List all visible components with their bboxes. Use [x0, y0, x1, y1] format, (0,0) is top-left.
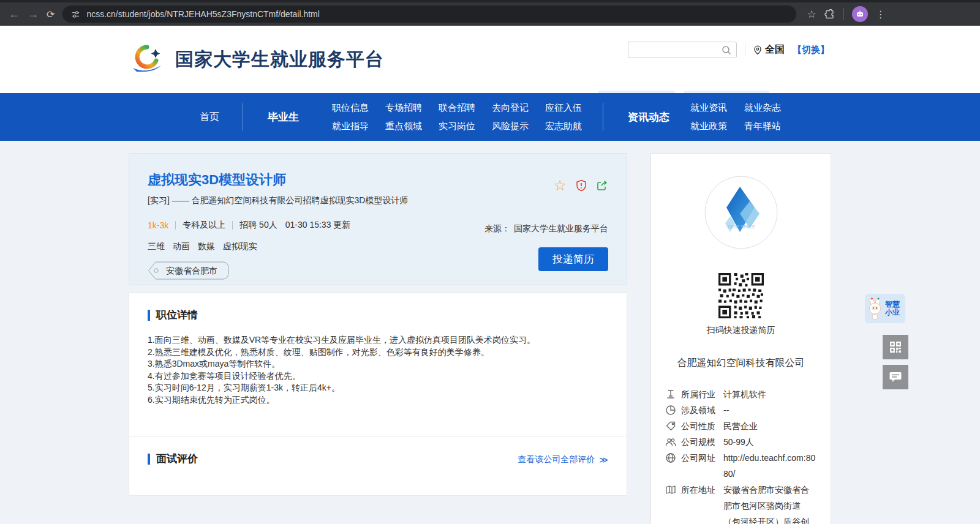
section-accent-bar — [148, 454, 150, 465]
nav-link[interactable]: 联合招聘 — [439, 102, 475, 114]
nav-group-label-news[interactable]: 资讯动态 — [628, 110, 669, 124]
share-icon[interactable] — [596, 179, 608, 192]
job-tags: 三维 动画 数媒 虚拟现实 — [148, 241, 350, 252]
apply-button[interactable]: 投递简历 — [538, 247, 608, 271]
field-label: 公司性质 — [681, 418, 718, 434]
mascot-icon — [867, 297, 884, 320]
job-title: 虚拟现实3D模型设计师 — [148, 171, 408, 189]
company-type-tag-icon — [665, 421, 676, 432]
address-bar[interactable]: ncss.cn/student/jobs/NTRJEHAH5sZ3FnystnC… — [62, 6, 796, 23]
nav-link[interactable]: 职位信息 — [332, 102, 369, 114]
job-tag: 数媒 — [198, 241, 215, 251]
back-icon[interactable]: ← — [9, 9, 20, 20]
nav-link[interactable]: 就业政策 — [690, 121, 727, 132]
website-globe-icon — [665, 452, 676, 463]
job-salary: 1k-3k — [148, 220, 168, 230]
assistant-widget[interactable]: 智慧小业 — [865, 294, 905, 323]
job-detail-card: 职位详情 1.面向三维、动画、数媒及VR等专业在校实习生及应届毕业生，进入虚拟仿… — [129, 293, 627, 496]
qr-code-image — [718, 273, 764, 318]
field-value: 民营企业 — [723, 418, 816, 434]
favorite-star-icon[interactable]: ☆ — [553, 179, 567, 192]
avatar-robot-icon — [856, 10, 864, 18]
nav-link[interactable]: 重点领域 — [385, 121, 422, 132]
domain-pie-icon — [665, 405, 676, 416]
main-nav: 首页 毕业生 职位信息 专场招聘 联合招聘 去向登记 应征入伍 就业指导 重点领… — [0, 93, 980, 141]
nav-group-label-graduates[interactable]: 毕业生 — [268, 110, 299, 124]
chat-bubble-icon — [889, 372, 902, 383]
nav-home[interactable]: 首页 — [200, 111, 219, 124]
section-accent-bar — [148, 310, 150, 321]
job-subtitle: [实习] —— 合肥遥知幻空间科技有限公司招聘虚拟现实3D模型设计师 — [148, 195, 408, 206]
browser-toolbar: ← → ⟳ ncss.cn/student/jobs/NTRJEHAH5sZ3F… — [0, 0, 980, 26]
chevrons-right-icon: ≫ — [599, 455, 608, 465]
field-label: 所属行业 — [681, 386, 718, 402]
site-title: 国家大学生就业服务平台 — [175, 47, 384, 72]
search-input[interactable] — [633, 45, 722, 54]
nav-link[interactable]: 就业杂志 — [744, 102, 781, 114]
field-value: 50-99人 — [723, 434, 816, 450]
nav-divider — [243, 103, 243, 131]
company-field-row: 所属行业 计算机软件 — [665, 386, 816, 402]
nav-link[interactable]: 专场招聘 — [385, 102, 422, 114]
view-all-reviews-link[interactable]: 查看该公司全部评价 ≫ — [518, 454, 608, 465]
company-logo: JWGE SPACE — [704, 176, 778, 249]
nav-link[interactable]: 实习岗位 — [439, 121, 475, 132]
nav-link[interactable]: 宏志助航 — [545, 121, 582, 132]
company-field-row: 所在地址 安徽省合肥市安徽省合肥市包河区骆岗街道（包河经开区）质谷创 — [665, 482, 816, 524]
nav-link[interactable]: 风险提示 — [492, 121, 529, 132]
job-source: 来源：国家大学生就业服务平台 — [484, 223, 608, 234]
job-tag: 虚拟现实 — [223, 241, 257, 251]
review-title: 面试评价 — [156, 452, 198, 466]
url-text: ncss.cn/student/jobs/NTRJEHAH5sZ3FnystnC… — [86, 9, 319, 19]
browser-menu-icon[interactable]: ⋮ — [876, 9, 886, 20]
bookmark-star-icon[interactable]: ☆ — [807, 8, 816, 21]
job-description-line: 3.熟悉3Dmax或maya等制作软件。 — [148, 358, 608, 370]
report-shield-icon[interactable] — [575, 179, 587, 192]
job-location-tag: 安徽省合肥市 — [148, 261, 230, 280]
job-description-line: 1.面向三维、动画、数媒及VR等专业在校实习生及应届毕业生，进入虚拟仿真项目团队… — [148, 334, 608, 346]
company-field-row: 公司网址 http://edu.teachf.com:8080/ — [665, 450, 816, 482]
job-location-text: 安徽省合肥市 — [166, 266, 217, 277]
job-detail-section: 职位详情 1.面向三维、动画、数媒及VR等专业在校实习生及应届毕业生，进入虚拟仿… — [129, 293, 627, 436]
nav-links-graduates: 职位信息 专场招聘 联合招聘 去向登记 应征入伍 就业指导 重点领域 实习岗位 … — [332, 102, 582, 132]
source-value: 国家大学生就业服务平台 — [514, 223, 608, 233]
switch-city-link[interactable]: 【切换】 — [793, 44, 829, 56]
source-label: 来源： — [484, 223, 510, 233]
reload-icon[interactable]: ⟳ — [47, 9, 55, 20]
nav-link[interactable]: 就业资讯 — [690, 102, 727, 114]
site-logo[interactable]: 国家大学生就业服务平台 — [129, 44, 384, 75]
company-fields: 所属行业 计算机软件 涉及领域 -- 公司性质 民营企业 — [665, 386, 816, 524]
nav-group-graduates: 毕业生 职位信息 专场招聘 联合招聘 去向登记 应征入伍 就业指导 重点领域 实… — [268, 102, 603, 132]
qr-icon — [889, 341, 902, 353]
company-name: 合肥遥知幻空间科技有限公司 — [665, 357, 816, 370]
search-box[interactable] — [628, 42, 737, 58]
job-updated: 01-30 15:33 更新 — [285, 220, 351, 231]
nav-link[interactable]: 就业指导 — [332, 121, 369, 132]
forward-icon[interactable]: → — [28, 9, 39, 20]
nav-links-news: 就业资讯 就业杂志 就业政策 青年驿站 — [690, 102, 781, 132]
job-detail-title: 职位详情 — [156, 308, 198, 322]
header-divider — [745, 43, 745, 57]
search-icon[interactable] — [722, 45, 731, 55]
field-value: 计算机软件 — [723, 386, 816, 402]
page-content: 虚拟现实3D模型设计师 [实习] —— 合肥遥知幻空间科技有限公司招聘虚拟现实3… — [0, 141, 980, 524]
location-selector: 全国 — [753, 43, 785, 56]
interview-review-section: 面试评价 查看该公司全部评价 ≫ — [129, 436, 627, 495]
job-description-line: 4.有过参加竞赛等项目设计经验者优先。 — [148, 370, 608, 383]
nav-link[interactable]: 应征入伍 — [545, 102, 582, 114]
job-description-line: 2.熟悉三维建模及优化，熟悉材质、纹理、贴图制作，对光影、色彩等有良好的美学修养… — [148, 346, 608, 359]
field-value: 安徽省合肥市安徽省合肥市包河区骆岗街道（包河经开区）质谷创 — [723, 482, 816, 524]
chat-widget[interactable] — [883, 365, 908, 389]
job-description-line: 6.实习期结束优先转为正式岗位。 — [148, 394, 608, 406]
extensions-icon[interactable] — [824, 9, 835, 20]
nav-link[interactable]: 去向登记 — [492, 102, 529, 114]
company-card: JWGE SPACE 扫码快速投递简历 合肥遥知幻空间科技有限公司 所属行业 计… — [650, 153, 831, 524]
job-headcount: 招聘 50人 — [239, 220, 277, 231]
view-all-text: 查看该公司全部评价 — [518, 454, 595, 465]
field-label: 涉及领域 — [681, 402, 718, 418]
profile-avatar[interactable] — [852, 6, 868, 22]
nav-group-news: 资讯动态 就业资讯 就业杂志 就业政策 青年驿站 — [628, 102, 781, 132]
nav-link[interactable]: 青年驿站 — [744, 121, 781, 132]
qr-widget[interactable] — [883, 335, 908, 359]
site-info-icon[interactable] — [71, 10, 80, 19]
